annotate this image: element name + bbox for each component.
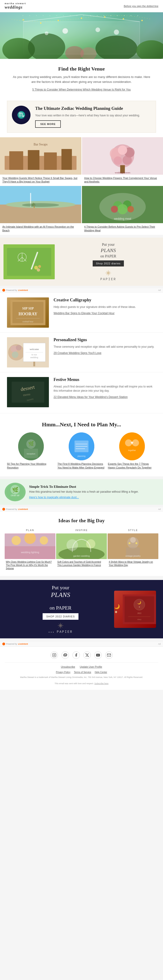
grid-link-2[interactable]: An Intimate Island Wedding with an Al Fr… [2,225,74,232]
plan-link-1[interactable]: The First 8 Wedding-Planning Decisions Y… [58,463,104,469]
svg-point-7 [81,18,82,19]
svg-point-10 [141,20,143,21]
papier-ad1-wrapper: Put your PLANS on PAPER Shop 2022 diarie… [0,235,163,293]
plan-img-1: planning [69,433,94,460]
nav-link[interactable]: Before you sign the dotted line [124,5,158,8]
svg-text:SIP SIP: SIP SIP [22,307,34,310]
feature-signs: welcome to our wedding Personalized Sign… [0,332,163,372]
big-day-cols-headers: PLAN INSPIRE STYLE [5,527,158,533]
subscribe-link[interactable]: Subscribe here [94,682,109,685]
papier-ad2-content: Put your PLANS on PAPER Shop 2022 diarie… [7,585,114,634]
svg-text:🌙: 🌙 [137,600,142,605]
article-grid-top: Bar Swaps Your Wedding Guests Won't Noti… [0,137,163,234]
big-day-img-2: vintage jewelry [107,533,158,559]
svg-rect-23 [9,151,23,170]
header: MARTHA STEWART weddings Before you sign … [0,0,163,12]
plan-item-1: planning The First 8 Wedding-Planning De… [58,433,106,469]
dust-ad: 🌿 clean air Simple Trick To Eliminate Du… [0,479,163,505]
facebook-icon[interactable] [72,651,80,659]
menus-image: dessert menu sweets [7,377,49,407]
reception-svg: 🌿 reception [18,433,44,460]
grid-caption-0: Your Wedding Guests Won't Notice These 6… [0,175,81,186]
svg-point-18 [96,27,100,32]
papier2-notebook: 🌙 ✦ 2022 diary [114,591,156,628]
plan-item-2: ♥ together Experts Say These Are the 7 T… [108,433,156,469]
grid-link-0[interactable]: Your Wedding Guests Won't Notice These 6… [2,177,77,183]
svg-point-49 [127,206,134,213]
calligraphy-content: Creative Calligraphy Help direct guests … [54,298,136,315]
papier2-shop-button[interactable]: Shop 2022 diaries [43,613,79,620]
footer-links: Privacy Policy Terms of Service Help Cen… [5,671,158,673]
svg-rect-25 [44,153,57,170]
plan-caption-0: 50 Tips for Planning Your Wedding Recept… [7,462,55,469]
big-day-title: Ideas for the Big Day [5,517,158,523]
zodiac-title: The Ultimate Zodiac Wedding Planning Gui… [35,106,140,111]
notebook2-svg: 🌙 ✦ 2022 diary [123,591,156,628]
svg-text:clean air: clean air [11,494,19,496]
youtube-icon[interactable] [94,651,102,659]
plan-link-0[interactable]: 50 Tips for Planning Your Wedding Recept… [7,463,46,469]
grid-caption-3: 4 Things to Consider Before Asking Guest… [82,223,163,234]
big-day-caption-2: 4 Stylish Ways to Wear Vintage Jewelry o… [107,560,158,567]
papier-logo: PAPIER [59,277,157,281]
terms-link[interactable]: Terms of Service [74,671,91,673]
papier-ad2-wrapper: Put your PLANS on PAPER Shop 2022 diarie… [0,576,163,646]
svg-text:wedding: wedding [30,356,38,359]
svg-rect-82 [33,362,35,366]
signs-link[interactable]: 29 Creative Wedding Signs You'll Love [54,352,102,355]
big-day-img-1: garden wedding [56,533,107,559]
dust-svg: 🌿 clean air [6,483,24,501]
plan-link-2[interactable]: Experts Say These Are the 7 Things Happy… [108,463,152,469]
email-container: MARTHA STEWART weddings Before you sign … [0,0,163,690]
papier2-powered: Powered by LiveIntent Ad [0,642,163,646]
papier-shop-button[interactable]: Shop 2022 diaries [93,261,124,266]
help-link[interactable]: Help Center [95,671,107,673]
zodiac-see-more-button[interactable]: SEE MORE [35,120,61,128]
venue-description: As you start touring wedding venues, you… [12,75,151,84]
svg-point-42 [22,203,59,207]
social-icons [5,651,158,659]
update-profile-link[interactable]: Update User Profile [80,665,102,668]
papier-ad1-powered: Powered by LiveIntent Ad [0,288,163,292]
svg-rect-139 [53,653,56,657]
email-icon[interactable] [105,651,113,659]
planning-svg: planning [69,433,94,460]
big-day-link-1[interactable]: Soft Colors and Touches of Gold Accented… [57,561,101,566]
grid-link-1[interactable]: How to Choose Wedding Flowers That Compl… [84,177,157,183]
pinterest-icon[interactable] [61,651,69,659]
privacy-policy-link[interactable]: Privacy Policy [56,671,70,673]
svg-text:wedding meal: wedding meal [113,217,131,220]
grid-link-3[interactable]: 4 Things to Consider Before Asking Guest… [84,225,155,232]
unsubscribe-link[interactable]: Unsubscribe [61,665,75,668]
svg-point-111 [40,536,48,545]
svg-point-6 [58,20,59,21]
svg-point-47 [117,204,128,214]
big-day-header-style: STYLE [107,527,158,533]
zodiac-symbol: ♏ [17,111,26,119]
grid-img-2: 🌴 [0,186,81,223]
powered-dot2 [2,643,5,645]
calligraphy-description: Help direct guests to your signature dri… [54,305,136,309]
notebook-svg [3,244,55,279]
menus-link[interactable]: 22 Elevated Menu Ideas for Your Wedding'… [54,395,128,399]
svg-text:diary: diary [137,618,141,620]
zodiac-description: Your love was written in the stars—here'… [35,113,140,118]
big-day-link-0[interactable]: Why Does Wedding Lighting Cost So Much? … [6,561,52,570]
big-day-link-2[interactable]: 4 Stylish Ways to Wear Vintage Jewelry o… [109,561,153,566]
plan-grid: 🌿 reception 50 Tips for Planning Your We… [7,433,156,469]
menus-svg: dessert menu sweets [7,377,49,407]
venue-link[interactable]: 5 Things to Consider When Determining Wh… [32,88,131,91]
garden-svg: garden wedding [56,533,107,559]
papier2-plans-text: Put your PLANS on PAPER [12,585,109,611]
big-day-col-1: garden wedding Soft Colors and Touches o… [56,533,107,570]
signs-title: Personalized Signs [54,337,154,342]
plan-title: Hmm...Next, I Need to Plan My... [7,422,156,428]
svg-point-141 [55,654,56,654]
dust-link[interactable]: Here's how to magically eliminate dust..… [29,496,79,499]
twitter-icon[interactable] [83,651,91,659]
instagram-icon[interactable] [51,651,58,659]
calligraphy-link[interactable]: Wedding Bar Signs to Elevate Your Cockta… [54,312,115,315]
lighting-svg: wedding lighting [5,533,56,559]
papier-notebook-img [3,244,55,279]
svg-point-20 [114,30,119,35]
